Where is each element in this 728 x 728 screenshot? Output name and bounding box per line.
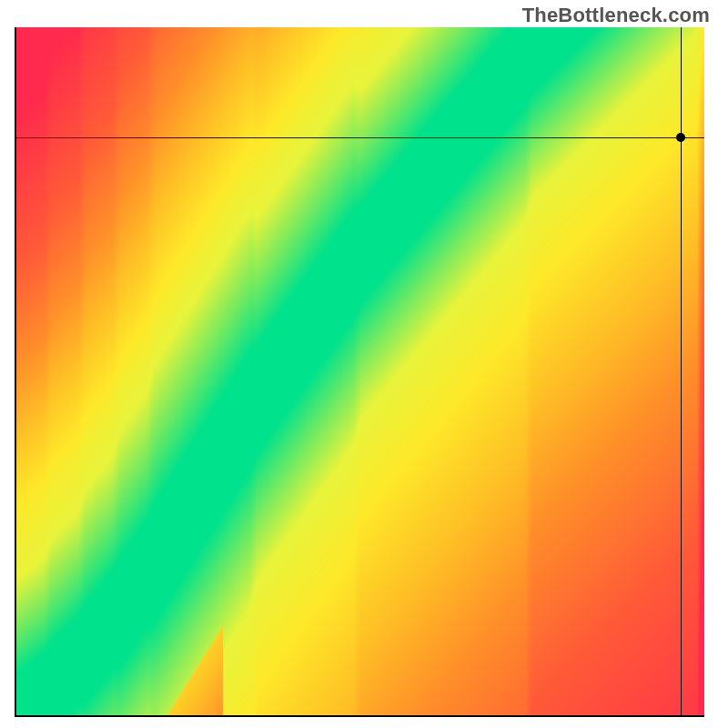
plot-frame	[15, 27, 704, 717]
plot-area	[16, 27, 704, 715]
heatmap-canvas	[16, 27, 704, 715]
chart-container: TheBottleneck.com	[0, 0, 728, 728]
marker-dot	[676, 133, 685, 142]
crosshair-horizontal	[16, 137, 704, 138]
brand-label: TheBottleneck.com	[522, 4, 710, 27]
crosshair-vertical	[681, 27, 682, 715]
